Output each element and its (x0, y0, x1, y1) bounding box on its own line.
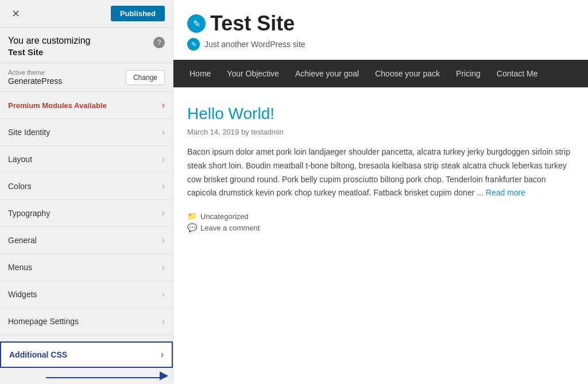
post-footer: 📁 Uncategorized 💬 Leave a comment (187, 212, 574, 232)
site-title: Test Site (210, 11, 295, 36)
menu-item-label: Homepage Settings (8, 317, 79, 326)
post-meta: March 14, 2019 by testadmin (187, 128, 574, 136)
chevron-icon: › (162, 154, 165, 164)
post-comment-link[interactable]: Leave a comment (200, 224, 260, 232)
post-category: Uncategorized (200, 212, 249, 221)
customizing-section: You are customizing Test Site ? (0, 28, 173, 63)
menu-item-general[interactable]: General › (0, 227, 173, 254)
site-header: ✎ Test Site ✎ Just another WordPress sit… (173, 0, 588, 60)
menu-item-colors[interactable]: Colors › (0, 173, 173, 200)
theme-name: GeneratePress (8, 76, 62, 86)
panel-header: ✕ Published (0, 0, 173, 28)
nav-item-choose-your-pack[interactable]: Choose your pack (367, 60, 448, 87)
nav-item-contact-me[interactable]: Contact Me (489, 60, 546, 87)
chevron-icon: › (162, 235, 165, 245)
chevron-icon: › (162, 208, 165, 218)
nav-item-home[interactable]: Home (181, 60, 219, 87)
premium-modules-item[interactable]: Premium Modules Available › (0, 92, 173, 119)
customizing-site-name: Test Site (8, 47, 91, 57)
chevron-icon: › (162, 127, 165, 137)
chevron-icon: › (162, 289, 165, 299)
additional-css-item[interactable]: Additional CSS › (0, 341, 173, 368)
post-comment-row: 💬 Leave a comment (187, 223, 574, 232)
additional-css-chevron-icon: › (161, 350, 164, 360)
customizer-menu-list: Site Identity › Layout › Colors › Typogr… (0, 119, 173, 335)
menu-item-label: Layout (8, 155, 32, 164)
menu-item-widgets[interactable]: Widgets › (0, 281, 173, 308)
menu-item-label: General (8, 236, 37, 245)
help-icon[interactable]: ? (153, 37, 165, 48)
post-title: Hello World! (187, 105, 574, 123)
read-more-link[interactable]: Read more (486, 188, 525, 197)
menu-item-menus[interactable]: Menus › (0, 254, 173, 281)
content-area: Hello World! March 14, 2019 by testadmin… (173, 87, 588, 384)
site-tagline-wrap: ✎ Just another WordPress site (187, 38, 574, 51)
menu-item-label: Widgets (8, 290, 37, 299)
site-title-wrap: ✎ Test Site (187, 11, 574, 36)
customizing-label: You are customizing (8, 36, 91, 46)
change-theme-button[interactable]: Change (126, 70, 165, 85)
chevron-icon: › (162, 262, 165, 272)
premium-modules-label: Premium Modules Available (8, 101, 107, 110)
menu-item-label: Menus (8, 263, 32, 272)
menu-item-label: Typography (8, 209, 50, 218)
site-tagline-edit-icon[interactable]: ✎ (187, 38, 200, 51)
premium-chevron-icon: › (162, 100, 165, 110)
menu-item-layout[interactable]: Layout › (0, 146, 173, 173)
preview-panel: ✎ Test Site ✎ Just another WordPress sit… (173, 0, 588, 384)
nav-item-achieve-your-goal[interactable]: Achieve your goal (287, 60, 367, 87)
post-category-row: 📁 Uncategorized (187, 212, 574, 221)
category-icon: 📁 (187, 212, 197, 221)
menu-item-label: Site Identity (8, 128, 50, 137)
site-navigation: Home Your Objective Achieve your goal Ch… (173, 60, 588, 87)
theme-section: Active theme GeneratePress Change (0, 63, 173, 92)
nav-item-pricing[interactable]: Pricing (448, 60, 489, 87)
active-theme-label: Active theme (8, 69, 62, 76)
close-button[interactable]: ✕ (8, 6, 24, 21)
arrow-line (46, 377, 161, 378)
chevron-icon: › (162, 181, 165, 191)
additional-css-label: Additional CSS (9, 350, 67, 359)
customizer-panel: ✕ Published You are customizing Test Sit… (0, 0, 173, 384)
menu-item-site-identity[interactable]: Site Identity › (0, 119, 173, 146)
nav-item-your-objective[interactable]: Your Objective (219, 60, 287, 87)
post-excerpt: Bacon ipsum dolor amet pork loin landjae… (187, 145, 574, 200)
menu-item-homepage-settings[interactable]: Homepage Settings › (0, 308, 173, 335)
site-tagline: Just another WordPress site (204, 40, 305, 49)
comment-icon: 💬 (187, 223, 197, 232)
arrow-annotation-container: ▶ (0, 368, 173, 384)
published-button[interactable]: Published (111, 6, 165, 21)
menu-item-typography[interactable]: Typography › (0, 200, 173, 227)
chevron-icon: › (162, 316, 165, 327)
menu-item-label: Colors (8, 182, 31, 191)
arrow-head-icon: ▶ (160, 368, 168, 382)
site-title-edit-icon[interactable]: ✎ (187, 14, 206, 33)
